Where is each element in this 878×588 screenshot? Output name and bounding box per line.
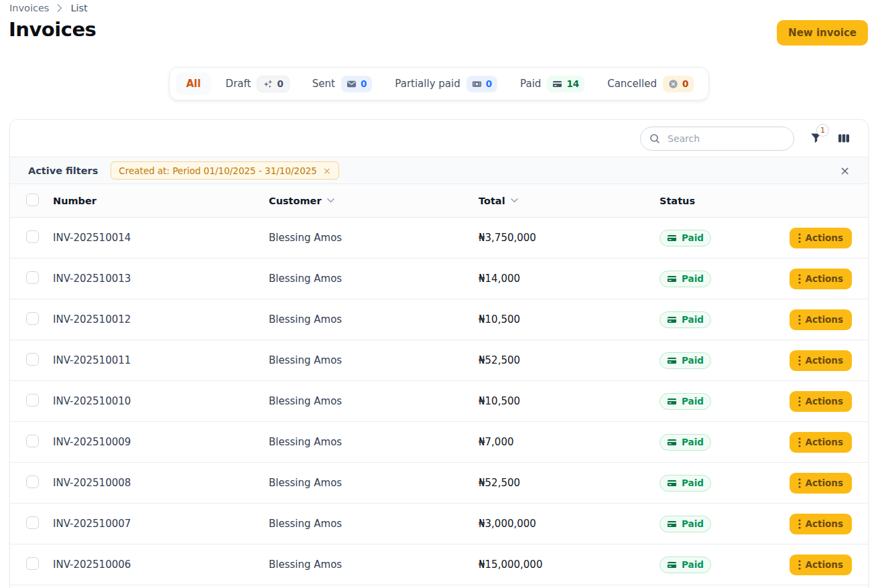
status-badge: Paid	[660, 311, 711, 328]
tab-all[interactable]: All	[176, 72, 211, 95]
row-checkbox[interactable]	[26, 516, 39, 529]
table-row[interactable]: INV-202510010 Blessing Amos ₦10,500 Paid…	[10, 381, 868, 422]
tab-draft[interactable]: Draft 0	[218, 71, 298, 97]
column-number: Number	[53, 196, 269, 206]
status-tabs: All Draft 0 Sent 0	[0, 67, 878, 100]
invoice-number: INV-202510007	[53, 518, 269, 530]
row-checkbox[interactable]	[26, 435, 39, 447]
table-row[interactable]: INV-202510014 Blessing Amos ₦3,750,000 P…	[10, 218, 868, 259]
credit-card-icon	[667, 315, 677, 325]
partially-paid-count-pill: 0	[466, 76, 497, 92]
customer-name: Blessing Amos	[269, 436, 479, 448]
credit-card-icon	[667, 478, 677, 488]
status-badge: Paid	[660, 352, 711, 369]
active-filters-bar: Active filters Created at: Period 01/10/…	[10, 157, 868, 184]
row-actions-button[interactable]: Actions	[790, 391, 852, 412]
row-actions-button[interactable]: Actions	[790, 514, 852, 534]
kebab-icon	[798, 437, 801, 447]
filter-chip-text: Created at: Period 01/10/2025 - 31/10/20…	[119, 165, 317, 176]
invoice-total: ₦3,750,000	[479, 232, 660, 244]
invoice-total: ₦14,000	[479, 273, 660, 285]
status-badge: Paid	[660, 271, 711, 287]
tab-partially-paid[interactable]: Partially paid 0	[387, 71, 505, 97]
row-checkbox[interactable]	[26, 312, 39, 325]
row-actions-button[interactable]: Actions	[790, 473, 852, 494]
customer-name: Blessing Amos	[269, 477, 479, 489]
kebab-icon	[798, 478, 801, 488]
row-checkbox[interactable]	[26, 353, 39, 366]
paid-count-pill: 14	[547, 76, 584, 92]
breadcrumb: Invoices List	[9, 3, 88, 13]
filter-button[interactable]: 1	[810, 133, 822, 144]
table-body: INV-202510014 Blessing Amos ₦3,750,000 P…	[10, 218, 868, 585]
tab-sent-label: Sent	[312, 78, 335, 90]
tab-cancelled-label: Cancelled	[607, 78, 657, 90]
row-checkbox[interactable]	[26, 475, 39, 488]
new-invoice-button[interactable]: New invoice	[777, 20, 868, 46]
chip-close-icon[interactable]: ×	[323, 165, 331, 176]
tab-sent[interactable]: Sent 0	[304, 71, 381, 97]
chevron-right-icon	[57, 4, 62, 12]
paid-count: 14	[566, 78, 579, 89]
search-icon	[649, 133, 660, 144]
customer-name: Blessing Amos	[269, 354, 479, 366]
status-badge-label: Paid	[682, 232, 704, 243]
actions-label: Actions	[806, 396, 843, 407]
row-checkbox[interactable]	[26, 271, 39, 284]
cancelled-count: 0	[682, 78, 688, 89]
column-status: Status	[660, 196, 790, 206]
row-checkbox[interactable]	[26, 230, 39, 243]
table-row[interactable]: INV-202510007 Blessing Amos ₦3,000,000 P…	[10, 504, 868, 544]
row-checkbox[interactable]	[26, 394, 39, 407]
kebab-icon	[798, 519, 801, 529]
clear-filters-icon[interactable]: ×	[840, 165, 850, 177]
actions-label: Actions	[806, 232, 843, 243]
filter-chip-created-at[interactable]: Created at: Period 01/10/2025 - 31/10/20…	[111, 161, 338, 179]
invoices-card: 1 Active filters Created at: Period 01/1…	[9, 119, 869, 588]
select-all-checkbox[interactable]	[26, 194, 39, 206]
tab-cancelled[interactable]: Cancelled 0	[599, 71, 702, 97]
row-actions-button[interactable]: Actions	[790, 269, 852, 289]
credit-card-icon	[552, 79, 562, 89]
tab-partially-paid-label: Partially paid	[395, 78, 460, 90]
table-row[interactable]: INV-202510012 Blessing Amos ₦10,500 Paid…	[10, 299, 868, 340]
invoice-number: INV-202510014	[53, 232, 269, 244]
invoice-total: ₦52,500	[479, 477, 660, 489]
row-actions-button[interactable]: Actions	[790, 350, 852, 371]
status-badge: Paid	[660, 475, 711, 492]
customer-name: Blessing Amos	[269, 395, 479, 407]
columns-button[interactable]	[838, 133, 850, 144]
table-row[interactable]: INV-202510008 Blessing Amos ₦52,500 Paid…	[10, 463, 868, 504]
invoice-number: INV-202510010	[53, 395, 269, 407]
table-row[interactable]: INV-202510009 Blessing Amos ₦7,000 Paid …	[10, 422, 868, 463]
invoice-total: ₦15,000,000	[479, 559, 660, 571]
table-row[interactable]: INV-202510011 Blessing Amos ₦52,500 Paid…	[10, 340, 868, 381]
row-actions-button[interactable]: Actions	[790, 228, 852, 248]
chevron-down-icon	[327, 198, 334, 203]
customer-name: Blessing Amos	[269, 518, 479, 530]
column-customer[interactable]: Customer	[269, 196, 479, 206]
actions-label: Actions	[806, 518, 843, 529]
x-circle-icon	[668, 79, 678, 89]
invoice-number: INV-202510008	[53, 477, 269, 489]
column-total[interactable]: Total	[479, 196, 660, 206]
row-actions-button[interactable]: Actions	[790, 555, 852, 575]
tab-paid[interactable]: Paid 14	[512, 71, 592, 97]
status-badge: Paid	[660, 393, 711, 410]
row-checkbox[interactable]	[26, 557, 39, 570]
table-row[interactable]: INV-202510013 Blessing Amos ₦14,000 Paid…	[10, 259, 868, 299]
row-actions-button[interactable]: Actions	[790, 309, 852, 330]
invoice-total: ₦52,500	[479, 354, 660, 366]
search-box[interactable]	[640, 127, 794, 151]
search-input[interactable]	[666, 133, 785, 145]
row-actions-button[interactable]: Actions	[790, 432, 852, 453]
breadcrumb-invoices[interactable]: Invoices	[9, 3, 49, 13]
kebab-icon	[798, 274, 801, 284]
sent-count: 0	[361, 78, 367, 89]
credit-card-icon	[667, 274, 677, 284]
status-badge-label: Paid	[682, 314, 704, 325]
status-badge-label: Paid	[682, 437, 704, 447]
kebab-icon	[798, 315, 801, 325]
table-row[interactable]: INV-202510006 Blessing Amos ₦15,000,000 …	[10, 544, 868, 585]
invoice-number: INV-202510013	[53, 273, 269, 285]
